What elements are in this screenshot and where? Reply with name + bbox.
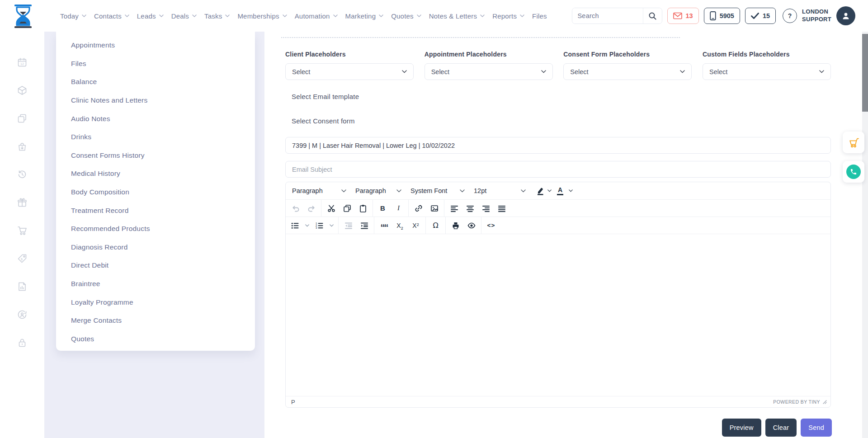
sidebar-item-recommended-products[interactable]: Recommended Products bbox=[71, 220, 255, 238]
paste-button[interactable] bbox=[355, 202, 370, 215]
sidebar-item-drinks[interactable]: Drinks bbox=[71, 128, 255, 146]
vertical-scrollbar-thumb[interactable] bbox=[862, 34, 868, 112]
sidebar-item-quotes[interactable]: Quotes bbox=[71, 330, 255, 349]
sidebar-item-merge-contacts[interactable]: Merge Contacts bbox=[71, 311, 255, 330]
email-template-select[interactable]: Select Email template bbox=[292, 93, 359, 100]
calendar-icon[interactable]: 12 bbox=[17, 57, 27, 67]
nav-item-today[interactable]: Today bbox=[60, 12, 86, 20]
floating-cart-button[interactable] bbox=[843, 132, 864, 153]
lock-icon[interactable] bbox=[17, 338, 27, 348]
sidebar-item-direct-debit[interactable]: Direct Debit bbox=[71, 256, 255, 275]
numbered-list-button[interactable]: 123 bbox=[312, 219, 336, 232]
sidebar-item-consent-forms-history[interactable]: Consent Forms History bbox=[71, 146, 255, 165]
user-avatar[interactable] bbox=[836, 6, 855, 25]
bold-button[interactable]: B bbox=[375, 202, 390, 215]
sidebar-item-braintree[interactable]: Braintree bbox=[71, 275, 255, 293]
search-button[interactable] bbox=[643, 8, 662, 24]
sidebar-item-balance[interactable]: Balance bbox=[71, 73, 255, 91]
resize-handle[interactable] bbox=[823, 400, 827, 404]
tasks-badge[interactable]: 15 bbox=[745, 8, 776, 24]
consent-form-placeholders-select[interactable]: Select bbox=[563, 63, 692, 80]
svg-text:$: $ bbox=[21, 258, 23, 261]
italic-button[interactable]: I bbox=[391, 202, 406, 215]
sidebar-item-clinic-notes-letters[interactable]: Clinic Notes and Letters bbox=[71, 91, 255, 110]
send-button[interactable]: Send bbox=[801, 419, 832, 437]
block-format-dropdown[interactable]: Paragraph bbox=[288, 184, 351, 198]
print-button[interactable] bbox=[448, 219, 463, 232]
sidebar-item-audio-notes[interactable]: Audio Notes bbox=[71, 109, 255, 128]
bag-download-icon[interactable] bbox=[17, 141, 27, 151]
nav-item-deals[interactable]: Deals bbox=[171, 12, 197, 20]
bullet-list-button[interactable] bbox=[288, 219, 311, 232]
sidebar-item-files[interactable]: Files bbox=[71, 55, 255, 73]
sidebar-item-body-composition[interactable]: Body Composition bbox=[71, 183, 255, 202]
special-character-button[interactable]: Ω bbox=[428, 219, 443, 232]
blockquote-button[interactable]: ““ bbox=[377, 219, 392, 232]
highlight-color-button[interactable] bbox=[533, 184, 554, 198]
sidebar-item-loyalty-programme[interactable]: Loyalty Programme bbox=[71, 293, 255, 311]
nav-item-leads[interactable]: Leads bbox=[137, 12, 164, 20]
custom-fields-placeholders-select[interactable]: Select bbox=[703, 63, 831, 80]
account-sync-icon[interactable] bbox=[17, 310, 27, 320]
consent-form-placeholders-group: Consent Form Placeholders Select bbox=[563, 51, 692, 80]
pabau-hourglass-logo[interactable] bbox=[13, 5, 33, 28]
sidebar-item-appointments[interactable]: Appointments bbox=[71, 36, 255, 55]
chevron-down-icon bbox=[305, 224, 309, 227]
sidebar-item-treatment-record[interactable]: Treatment Record bbox=[71, 201, 255, 220]
history-icon[interactable] bbox=[17, 170, 27, 179]
duplicate-squares-icon[interactable] bbox=[17, 113, 27, 123]
font-family-dropdown[interactable]: System Font bbox=[406, 184, 469, 198]
nav-item-marketing[interactable]: Marketing bbox=[345, 12, 384, 20]
align-right-button[interactable] bbox=[478, 202, 493, 215]
sidebar-item-diagnosis-record[interactable]: Diagnosis Record bbox=[71, 238, 255, 257]
sidebar-item-medical-history[interactable]: Medical History bbox=[71, 165, 255, 183]
font-size-dropdown[interactable]: 12pt bbox=[469, 184, 530, 198]
nav-item-automation[interactable]: Automation bbox=[295, 12, 338, 20]
outdent-button[interactable] bbox=[341, 219, 356, 232]
text-color-button[interactable]: A bbox=[554, 184, 576, 198]
insert-image-button[interactable] bbox=[427, 202, 442, 215]
indent-button[interactable] bbox=[357, 219, 372, 232]
link-button[interactable] bbox=[411, 202, 426, 215]
price-tag-icon[interactable]: $ bbox=[17, 254, 27, 264]
appointment-placeholders-select[interactable]: Select bbox=[425, 63, 553, 80]
preview-button[interactable] bbox=[464, 219, 479, 232]
nav-item-memberships[interactable]: Memberships bbox=[237, 12, 287, 20]
appointment-reference-input[interactable] bbox=[285, 137, 831, 154]
package-icon[interactable] bbox=[17, 85, 27, 95]
email-subject-input[interactable] bbox=[285, 161, 831, 178]
report-document-icon[interactable] bbox=[17, 282, 27, 292]
inbox-mail-badge[interactable]: 13 bbox=[667, 8, 699, 24]
vertical-scrollbar-track[interactable] bbox=[862, 32, 868, 438]
sms-badge[interactable]: 5905 bbox=[704, 8, 740, 24]
cart-icon[interactable] bbox=[17, 226, 27, 235]
search-input[interactable] bbox=[572, 8, 643, 24]
align-justify-button[interactable] bbox=[494, 202, 509, 215]
nav-label: Files bbox=[532, 12, 547, 20]
nav-item-notes-letters[interactable]: Notes & Letters bbox=[429, 12, 485, 20]
nav-item-reports[interactable]: Reports bbox=[492, 12, 524, 20]
client-placeholders-select[interactable]: Select bbox=[285, 63, 414, 80]
align-center-button[interactable] bbox=[462, 202, 477, 215]
clear-button[interactable]: Clear bbox=[765, 419, 797, 437]
redo-button[interactable] bbox=[304, 202, 319, 215]
paragraph-style-dropdown[interactable]: Paragraph bbox=[351, 184, 406, 198]
align-left-button[interactable] bbox=[447, 202, 462, 215]
preview-email-button[interactable]: Preview bbox=[722, 419, 761, 437]
floating-phone-button[interactable] bbox=[843, 161, 864, 183]
nav-item-contacts[interactable]: Contacts bbox=[94, 12, 129, 20]
help-button[interactable]: ? bbox=[783, 9, 797, 23]
editor-content-area[interactable] bbox=[286, 234, 830, 396]
sms-count: 5905 bbox=[720, 12, 734, 19]
superscript-button[interactable]: X2 bbox=[408, 219, 423, 232]
subscript-button[interactable]: X2 bbox=[392, 219, 407, 232]
undo-button[interactable] bbox=[288, 202, 303, 215]
copy-button[interactable] bbox=[340, 202, 354, 215]
nav-item-quotes[interactable]: Quotes bbox=[391, 12, 421, 20]
nav-item-tasks[interactable]: Tasks bbox=[204, 12, 230, 20]
source-code-button[interactable]: <> bbox=[484, 219, 499, 232]
nav-item-files[interactable]: Files bbox=[532, 12, 547, 20]
cut-button[interactable] bbox=[324, 202, 339, 215]
gift-icon[interactable] bbox=[17, 198, 27, 207]
consent-form-select[interactable]: Select Consent form bbox=[292, 117, 355, 125]
